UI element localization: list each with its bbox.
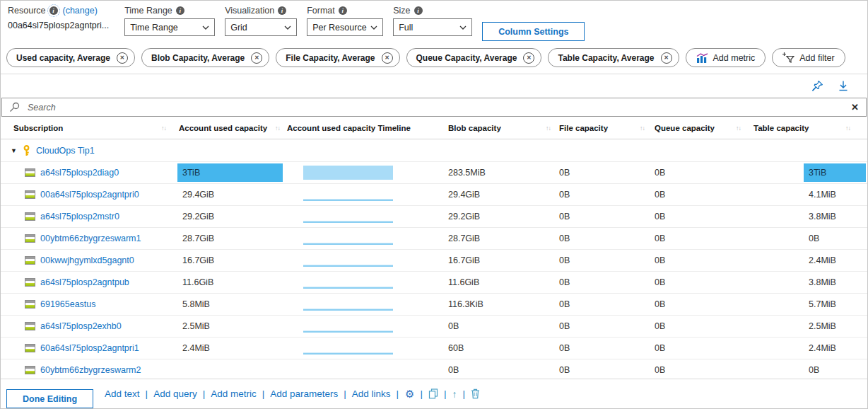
add-filter-button[interactable]: Add filter	[772, 48, 845, 67]
trash-icon[interactable]	[471, 388, 480, 399]
cell-value: 0B	[559, 212, 570, 221]
resource-link[interactable]: 60ybtm66zbygrzeswarm2	[40, 365, 141, 375]
subscription-cell: a64sl75plosp2diag0	[1, 162, 177, 183]
footer-links: Add text|Add query|Add metric|Add parame…	[105, 388, 399, 399]
cell-value: 0B	[655, 255, 665, 265]
footer-link[interactable]: Add text	[105, 388, 140, 399]
info-icon[interactable]: i	[49, 6, 58, 15]
cell-value: 0B	[559, 190, 570, 200]
heatmap-bar: 3TiB	[177, 163, 283, 182]
cell-value: 29.4GiB	[448, 190, 480, 200]
collapse-triangle-icon[interactable]: ▼	[11, 147, 17, 154]
metric-chip[interactable]: Queue Capacity, Average✕	[406, 48, 542, 67]
resource-link[interactable]: 60a64sl75plosp2agntpri1	[40, 343, 139, 353]
footer-link[interactable]: Add metric	[211, 388, 257, 399]
search-input[interactable]	[26, 102, 845, 113]
column-header-label: Subscription	[13, 124, 63, 132]
column-header[interactable]: Blob capacity↑↓	[446, 117, 559, 139]
sort-icon[interactable]: ↑↓	[161, 125, 177, 132]
cell-value: 3TiB	[182, 168, 200, 178]
remove-metric-icon[interactable]: ✕	[523, 52, 534, 64]
resource-link[interactable]: a64sl75plosp2mstr0	[40, 212, 119, 221]
remove-metric-icon[interactable]: ✕	[251, 52, 262, 64]
remove-metric-icon[interactable]: ✕	[382, 52, 393, 64]
sort-icon[interactable]: ↑↓	[275, 125, 287, 132]
link-separator: |	[203, 388, 206, 399]
format-select[interactable]: Per Resource	[307, 18, 383, 36]
remove-metric-icon[interactable]: ✕	[117, 52, 128, 64]
info-icon[interactable]: i	[339, 6, 347, 15]
resource-link[interactable]: 00ybtm66zbygrzeswarm1	[40, 234, 141, 243]
footer-link[interactable]: Add query	[153, 388, 197, 399]
sort-icon[interactable]: ↑↓	[546, 125, 559, 132]
info-icon[interactable]: i	[278, 6, 286, 15]
cell-value: 0B	[655, 190, 665, 200]
metric-chip[interactable]: Blob Capacity, Average✕	[141, 48, 269, 67]
settings-gear-icon[interactable]: ⚙	[405, 388, 414, 399]
resource-link[interactable]: 00a64sl75plosp2agntpri0	[40, 190, 139, 200]
info-icon[interactable]: i	[414, 6, 423, 15]
change-resource-link[interactable]: (change)	[63, 6, 98, 16]
visualization-field: Visualization i Grid	[225, 6, 297, 36]
metric-chip[interactable]: Used capacity, Average✕	[6, 48, 135, 67]
format-field: Format i Per Resource	[307, 6, 383, 36]
timeline-cell	[287, 162, 446, 183]
storage-account-icon	[25, 190, 35, 199]
queue-capacity-cell: 0B	[655, 162, 753, 183]
subscription-cell: a64sl75plosp2exhb0	[1, 316, 177, 337]
size-select[interactable]: Full	[393, 18, 472, 36]
timeline-cell	[287, 250, 446, 271]
cell-value: 28.7GiB	[448, 234, 480, 243]
group-name[interactable]: CloudOps Tip1	[36, 146, 95, 156]
cell-value: 0B	[559, 277, 570, 287]
resource-link[interactable]: a64sl75plosp2exhb0	[40, 321, 122, 331]
remove-metric-icon[interactable]: ✕	[661, 52, 672, 64]
sort-icon[interactable]: ↑↓	[736, 125, 753, 132]
subscription-cell: a64sl75plosp2agntpub	[1, 272, 177, 293]
info-icon[interactable]: i	[176, 6, 184, 15]
copy-icon[interactable]	[428, 388, 438, 399]
metric-chip[interactable]: Table Capacity, Average✕	[548, 48, 679, 67]
subscription-cell: 691965eastus	[1, 294, 177, 315]
metric-chip[interactable]: File Capacity, Average✕	[276, 48, 399, 67]
move-up-icon[interactable]: ↑	[452, 389, 457, 399]
footer-link[interactable]: Add links	[352, 388, 391, 399]
cell-value: 2.4MiB	[809, 343, 836, 353]
footer-link[interactable]: Add parameters	[270, 388, 338, 399]
column-header[interactable]: Table capacity↑↓	[753, 117, 868, 139]
download-button[interactable]	[838, 80, 849, 92]
pin-icon	[811, 80, 823, 92]
blob-capacity-cell: 16.7GiB	[446, 250, 559, 271]
key-icon	[22, 145, 31, 156]
cell-value: 3.8MiB	[809, 277, 836, 287]
storage-account-icon	[25, 212, 35, 221]
resource-link[interactable]: a64sl75plosp2diag0	[40, 168, 119, 178]
column-header[interactable]: File capacity↑↓	[559, 117, 655, 139]
resource-link[interactable]: 00kwwjhgymlxd5gagnt0	[40, 255, 134, 265]
column-header[interactable]: Account used capacity↑↓	[177, 117, 287, 139]
cell-value: 11.6GiB	[182, 277, 213, 287]
resource-link[interactable]: a64sl75plosp2agntpub	[40, 277, 129, 287]
cell-value: 0B	[655, 212, 665, 221]
pin-button[interactable]	[811, 80, 823, 92]
resource-link[interactable]: 691965eastus	[40, 299, 96, 309]
bar-chart-icon	[696, 53, 708, 63]
done-editing-button[interactable]: Done Editing	[6, 389, 93, 408]
file-capacity-cell: 0B	[559, 359, 655, 381]
storage-account-icon	[25, 168, 35, 177]
timeline-cell	[287, 206, 446, 227]
column-header[interactable]: Account used capacity Timeline	[287, 117, 446, 139]
column-settings-button[interactable]: Column Settings	[482, 22, 585, 41]
clear-search-icon[interactable]: ✕	[851, 103, 859, 112]
column-header-label: Table capacity	[753, 124, 809, 132]
sort-icon[interactable]: ↑↓	[640, 125, 655, 132]
column-header[interactable]: Subscription↑↓	[1, 117, 177, 139]
metric-chip-label: Table Capacity, Average	[558, 53, 654, 63]
add-metric-button[interactable]: Add metric	[686, 48, 766, 67]
cell-value: 0B	[655, 234, 665, 243]
visualization-select[interactable]: Grid	[225, 18, 297, 36]
column-header[interactable]: Queue capacity↑↓	[655, 117, 753, 139]
sort-icon[interactable]: ↑↓	[845, 125, 868, 132]
time-range-select[interactable]: Time Range	[124, 18, 215, 36]
subscription-group-row[interactable]: ▼ CloudOps Tip1	[1, 139, 867, 162]
